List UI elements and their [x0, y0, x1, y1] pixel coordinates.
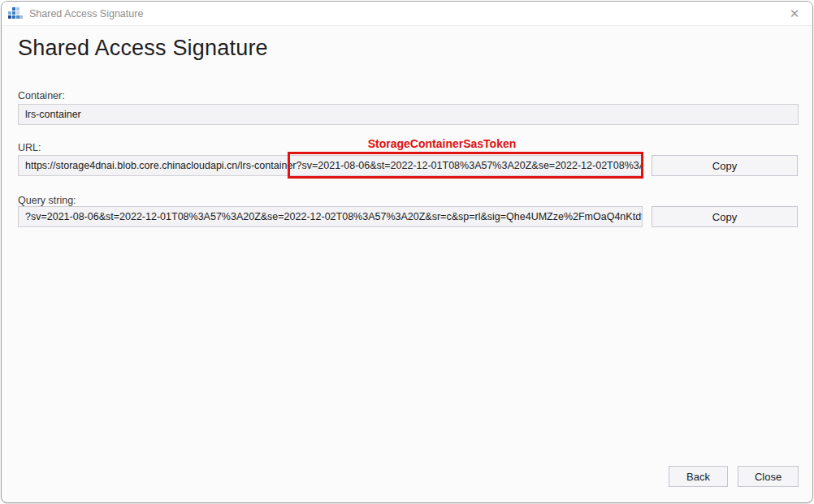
query-string-field[interactable]: ?sv=2021-08-06&st=2022-12-01T08%3A57%3A2…: [18, 206, 643, 227]
storage-explorer-icon: [8, 7, 23, 20]
sas-token-annotation: StorageContainerSasToken: [279, 137, 604, 150]
url-label: URL:: [18, 142, 41, 153]
copy-query-string-button[interactable]: Copy: [652, 206, 798, 227]
back-button[interactable]: Back: [669, 466, 728, 487]
page-title: Shared Access Signature: [18, 36, 268, 61]
title-bar: Shared Access Signature ✕: [2, 2, 812, 26]
container-field[interactable]: lrs-container: [18, 104, 799, 125]
close-button[interactable]: Close: [738, 466, 799, 487]
url-field[interactable]: https://storage4dnai.blob.core.chinaclou…: [18, 155, 643, 176]
query-string-label: Query string:: [18, 195, 76, 206]
window-title: Shared Access Signature: [29, 8, 143, 19]
shared-access-signature-dialog: Shared Access Signature ✕ Shared Access …: [1, 1, 813, 503]
container-label: Container:: [18, 90, 65, 101]
close-icon[interactable]: ✕: [777, 2, 812, 26]
copy-url-button[interactable]: Copy: [652, 155, 798, 176]
